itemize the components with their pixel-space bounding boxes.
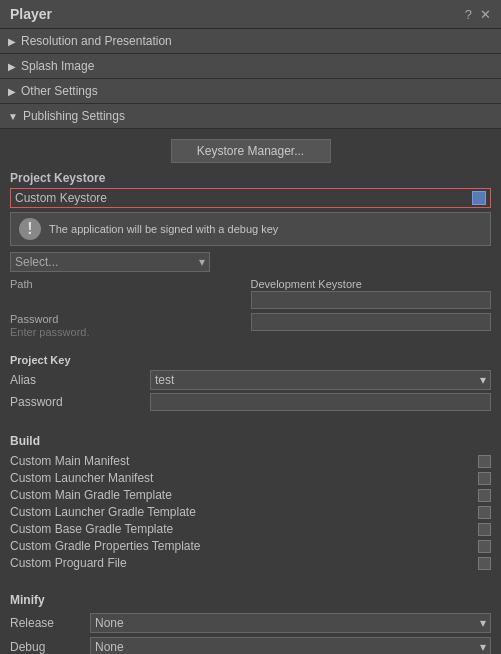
build-item-4: Custom Base Gradle Template [10, 522, 491, 536]
section-splash[interactable]: ▶ Splash Image [0, 54, 501, 79]
custom-keystore-row: Custom Keystore [10, 188, 491, 208]
password2-input[interactable] [150, 393, 491, 411]
keystore-manager-button[interactable]: Keystore Manager... [171, 139, 331, 163]
minify-release-row: Release None ▾ [10, 613, 491, 633]
build-item-checkbox-3[interactable] [478, 506, 491, 519]
build-item-checkbox-2[interactable] [478, 489, 491, 502]
password2-row: Password [10, 393, 491, 411]
content: ▶ Resolution and Presentation ▶ Splash I… [0, 29, 501, 654]
build-item-checkbox-5[interactable] [478, 540, 491, 553]
minify-release-value: None [95, 616, 124, 630]
section-splash-label: Splash Image [21, 59, 94, 73]
custom-keystore-checkbox[interactable] [472, 191, 486, 205]
window-title: Player [10, 6, 52, 22]
close-icon[interactable]: ✕ [480, 7, 491, 22]
title-bar: Player ? ✕ [0, 0, 501, 29]
minify-section: Minify Release None ▾ Debug None ▾ [10, 593, 491, 654]
password2-label: Password [10, 395, 150, 409]
arrow-icon-publishing: ▼ [8, 111, 18, 122]
build-item-checkbox-4[interactable] [478, 523, 491, 536]
build-item-checkbox-0[interactable] [478, 455, 491, 468]
build-item-checkbox-1[interactable] [478, 472, 491, 485]
minify-section-title: Minify [10, 593, 491, 607]
alias-label: Alias [10, 373, 150, 387]
password-placeholder: Enter password. [10, 326, 251, 338]
build-item-label-6: Custom Proguard File [10, 556, 478, 570]
select-placeholder: Select... [15, 255, 58, 269]
build-item-0: Custom Main Manifest [10, 454, 491, 468]
alias-row: Alias test ▾ [10, 370, 491, 390]
build-item-1: Custom Launcher Manifest [10, 471, 491, 485]
development-keystore-label: Development Keystore [251, 278, 492, 290]
section-publishing[interactable]: ▼ Publishing Settings [0, 104, 501, 129]
arrow-icon-splash: ▶ [8, 61, 16, 72]
custom-keystore-label: Custom Keystore [15, 191, 472, 205]
minify-debug-arrow-icon: ▾ [480, 640, 486, 654]
arrow-icon-other: ▶ [8, 86, 16, 97]
section-other-label: Other Settings [21, 84, 98, 98]
minify-debug-label: Debug [10, 640, 90, 654]
minify-debug-value: None [95, 640, 124, 654]
warning-row: ! The application will be signed with a … [10, 212, 491, 246]
section-resolution-label: Resolution and Presentation [21, 34, 172, 48]
build-item-6: Custom Proguard File [10, 556, 491, 570]
dropdown-arrow-icon: ▾ [199, 255, 205, 269]
minify-debug-row: Debug None ▾ [10, 637, 491, 654]
path-devkeystore-row: Path Development Keystore [10, 278, 491, 309]
minify-debug-select[interactable]: None ▾ [90, 637, 491, 654]
development-keystore-input[interactable] [251, 291, 492, 309]
build-items: Custom Main Manifest Custom Launcher Man… [10, 454, 491, 570]
select-dropdown[interactable]: Select... ▾ [10, 252, 210, 272]
section-publishing-label: Publishing Settings [23, 109, 125, 123]
build-item-label-2: Custom Main Gradle Template [10, 488, 478, 502]
build-section-title: Build [10, 434, 491, 448]
path-label: Path [10, 278, 251, 290]
publishing-body: Keystore Manager... Project Keystore Cus… [0, 129, 501, 654]
minify-release-select[interactable]: None ▾ [90, 613, 491, 633]
build-item-label-4: Custom Base Gradle Template [10, 522, 478, 536]
minify-release-arrow-icon: ▾ [480, 616, 486, 630]
build-item-5: Custom Gradle Properties Template [10, 539, 491, 553]
project-keystore-label: Project Keystore [10, 171, 491, 185]
build-item-checkbox-6[interactable] [478, 557, 491, 570]
alias-select[interactable]: test ▾ [150, 370, 491, 390]
password-row: Password Enter password. [10, 313, 491, 338]
password-label: Password [10, 313, 251, 325]
build-item-label-3: Custom Launcher Gradle Template [10, 505, 478, 519]
warning-icon: ! [19, 218, 41, 240]
minify-release-label: Release [10, 616, 90, 630]
build-item-label-1: Custom Launcher Manifest [10, 471, 478, 485]
alias-dropdown-arrow-icon: ▾ [480, 373, 486, 387]
build-item-2: Custom Main Gradle Template [10, 488, 491, 502]
build-item-3: Custom Launcher Gradle Template [10, 505, 491, 519]
warning-text: The application will be signed with a de… [49, 223, 278, 235]
help-icon[interactable]: ? [465, 7, 472, 22]
password-input[interactable] [251, 313, 492, 331]
section-other[interactable]: ▶ Other Settings [0, 79, 501, 104]
section-resolution[interactable]: ▶ Resolution and Presentation [0, 29, 501, 54]
project-key-label: Project Key [10, 354, 491, 366]
alias-value: test [155, 373, 174, 387]
arrow-icon: ▶ [8, 36, 16, 47]
select-row: Select... ▾ [10, 252, 491, 272]
build-item-label-0: Custom Main Manifest [10, 454, 478, 468]
build-item-label-5: Custom Gradle Properties Template [10, 539, 478, 553]
